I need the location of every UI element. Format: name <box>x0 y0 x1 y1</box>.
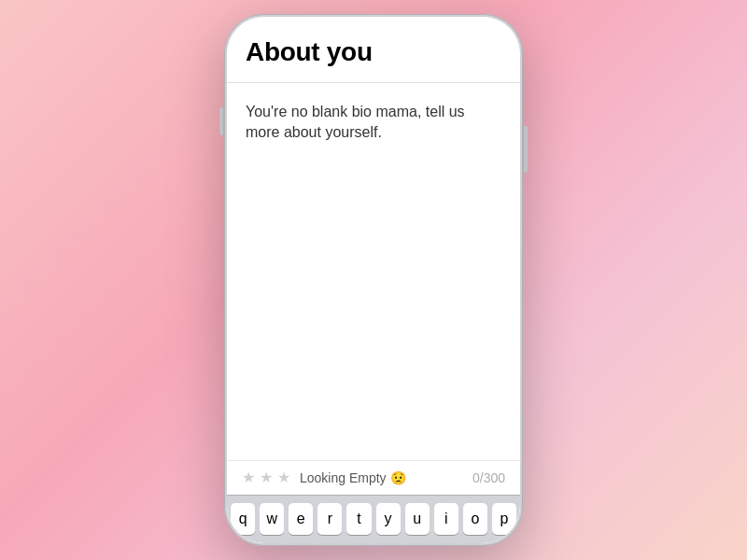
bio-placeholder: You're no blank bio mama, tell us more a… <box>246 102 501 144</box>
key-y[interactable]: y <box>376 503 401 535</box>
stars-status-group: ★ ★ ★ Looking Empty 😟 <box>242 470 406 485</box>
bio-text-area[interactable]: You're no blank bio mama, tell us more a… <box>227 83 520 460</box>
keyboard-row-1: q w e r t y u i o p <box>231 503 516 535</box>
key-q[interactable]: q <box>231 503 255 535</box>
key-i[interactable]: i <box>434 503 458 535</box>
star-1: ★ <box>242 470 257 485</box>
keyboard[interactable]: q w e r t y u i o p <box>227 495 520 543</box>
key-r[interactable]: r <box>317 503 342 535</box>
phone-screen: About you You're no blank bio mama, tell… <box>227 17 520 543</box>
key-t[interactable]: t <box>346 503 371 535</box>
star-2: ★ <box>260 470 275 485</box>
page-title: About you <box>227 17 520 82</box>
content-area: About you You're no blank bio mama, tell… <box>227 17 520 543</box>
key-u[interactable]: u <box>405 503 430 535</box>
key-e[interactable]: e <box>289 503 313 535</box>
char-count: 0/300 <box>472 470 505 485</box>
key-p[interactable]: p <box>492 503 516 535</box>
phone-frame: About you You're no blank bio mama, tell… <box>224 14 523 546</box>
status-label: Looking Empty 😟 <box>300 470 406 485</box>
star-3: ★ <box>277 470 292 485</box>
key-o[interactable]: o <box>463 503 487 535</box>
bottom-bar: ★ ★ ★ Looking Empty 😟 0/300 <box>227 460 520 495</box>
rating-stars: ★ ★ ★ <box>242 470 292 485</box>
key-w[interactable]: w <box>260 503 284 535</box>
